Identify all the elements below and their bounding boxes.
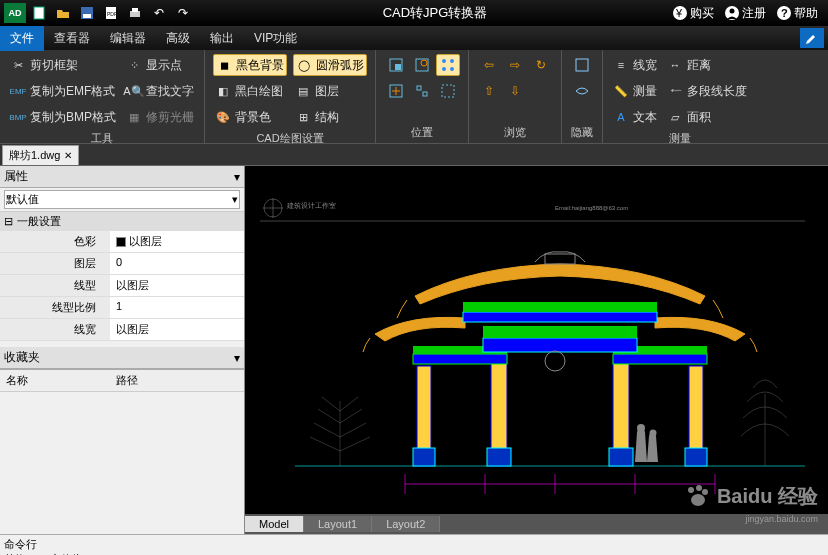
bw-draw-button[interactable]: ◧黑白绘图 [213,80,287,102]
buy-button[interactable]: ¥购买 [672,5,714,22]
group-label-position: 位置 [384,122,460,143]
svg-rect-6 [132,8,138,12]
pdf-icon[interactable]: PDF [100,3,122,23]
drawing-canvas[interactable]: 建筑设计工作室 Email:haijiang888@63.com [245,166,828,534]
ribbon-group-browse: ⇦ ⇨ ↻ ⇧ ⇩ 浏览 [469,50,562,143]
menu-viewer[interactable]: 查看器 [44,26,100,51]
quick-access-toolbar: AD PDF ↶ ↷ [0,3,198,23]
copy-bmp-button[interactable]: BMP复制为BMP格式 [8,106,118,128]
default-dropdown[interactable]: 默认值▾ [4,190,240,209]
help-button[interactable]: ?帮助 [776,5,818,22]
chevron-down-icon[interactable]: ▾ [234,351,240,365]
minus-icon: ⊟ [4,215,13,228]
menu-editor[interactable]: 编辑器 [100,26,156,51]
properties-header: 属性 ▾ [0,166,244,188]
tab-model[interactable]: Model [245,516,304,532]
document-tab[interactable]: 牌坊1.dwg ✕ [2,145,79,165]
nav-right-icon[interactable]: ⇨ [503,54,527,76]
emf-icon: EMF [10,83,26,99]
nav-home-icon[interactable]: ↻ [529,54,553,76]
redo-icon[interactable]: ↷ [172,3,194,23]
hide-btn-1[interactable] [570,54,594,76]
svg-text:PDF: PDF [107,11,117,17]
chevron-down-icon[interactable]: ▾ [234,170,240,184]
general-section[interactable]: ⊟一般设置 [0,212,244,231]
svg-rect-51 [483,338,637,352]
area-icon: ▱ [667,109,683,125]
edit-icon[interactable] [800,28,824,48]
favorites-header: 收藏夹 ▾ [0,347,244,369]
show-points-button[interactable]: ⁘显示点 [124,54,196,76]
svg-text:¥: ¥ [675,7,683,19]
svg-point-18 [450,59,454,63]
linewidth-button[interactable]: ≡线宽 [611,54,659,76]
pos-btn-1[interactable] [384,54,408,76]
svg-point-16 [421,60,427,66]
text-button[interactable]: A文本 [611,106,659,128]
open-icon[interactable] [52,3,74,23]
layout-tabs: Model Layout1 Layout2 [245,514,828,534]
cmd-line-1: 命令行 [4,537,824,552]
copy-emf-button[interactable]: EMF复制为EMF格式 [8,80,118,102]
table-row: 线型以图层 [0,275,244,297]
trim-raster-button[interactable]: ▦修剪光栅 [124,106,196,128]
svg-rect-0 [34,7,44,19]
menu-output[interactable]: 输出 [200,26,244,51]
menu-vip[interactable]: VIP功能 [244,26,307,51]
nav-left-icon[interactable]: ⇦ [477,54,501,76]
save-icon[interactable] [76,3,98,23]
print-icon[interactable] [124,3,146,23]
watermark: Baidu 经验 [683,482,818,510]
new-icon[interactable] [28,3,50,23]
hide-btn-2[interactable] [570,80,594,102]
clip-frame-button[interactable]: ✂剪切框架 [8,54,118,76]
pos-btn-4[interactable] [384,80,408,102]
table-row: 线宽以图层 [0,319,244,341]
polyline-button[interactable]: ⬳多段线长度 [665,80,749,102]
tab-layout2[interactable]: Layout2 [372,516,440,532]
app-title: CAD转JPG转换器 [198,4,672,22]
close-icon[interactable]: ✕ [64,150,72,161]
menu-file[interactable]: 文件 [0,26,44,51]
black-bg-button[interactable]: ◼黑色背景 [213,54,287,76]
structure-button[interactable]: ⊞结构 [293,106,367,128]
group-label-cad: CAD绘图设置 [213,128,367,149]
svg-rect-46 [685,448,707,466]
group-label-browse: 浏览 [477,122,553,143]
fav-col-name: 名称 [0,370,110,391]
measure-button[interactable]: 📏测量 [611,80,659,102]
menu-advanced[interactable]: 高级 [156,26,200,51]
command-line[interactable]: 命令行 替换 [txt] 字体为 [SIMPLEX.SHX] [0,534,828,555]
nav-up-icon[interactable]: ⇧ [477,80,501,102]
property-table: ⊟一般设置 色彩以图层 图层0 线型以图层 线型比例1 线宽以图层 [0,212,244,341]
pos-btn-3[interactable] [436,54,460,76]
smooth-arc-button[interactable]: ◯圆滑弧形 [293,54,367,76]
undo-icon[interactable]: ↶ [148,3,170,23]
nav-down-icon[interactable]: ⇩ [503,80,527,102]
bg-color-button[interactable]: 🎨背景色 [213,106,287,128]
layers-button[interactable]: ▤图层 [293,80,367,102]
linewidth-icon: ≡ [613,57,629,73]
svg-rect-24 [442,85,454,97]
chevron-down-icon: ▾ [232,193,238,206]
area-button[interactable]: ▱面积 [665,106,749,128]
svg-rect-43 [413,448,435,466]
pos-btn-6[interactable] [436,80,460,102]
black-bg-icon: ◼ [216,57,232,73]
tab-layout1[interactable]: Layout1 [304,516,372,532]
table-row: 线型比例1 [0,297,244,319]
svg-rect-45 [609,448,633,466]
trim-icon: ▦ [126,109,142,125]
palette-icon: 🎨 [215,109,231,125]
find-text-button[interactable]: A🔍查找文字 [124,80,196,102]
ribbon: ✂剪切框架 EMF复制为EMF格式 BMP复制为BMP格式 ⁘显示点 A🔍查找文… [0,50,828,144]
ribbon-group-hide: 隐藏 [562,50,603,143]
svg-point-61 [688,487,694,493]
text-icon: A [613,109,629,125]
table-row: 色彩以图层 [0,231,244,253]
distance-button[interactable]: ↔距离 [665,54,749,76]
pos-btn-5[interactable] [410,80,434,102]
app-logo[interactable]: AD [4,3,26,23]
register-button[interactable]: 注册 [724,5,766,22]
pos-btn-2[interactable] [410,54,434,76]
